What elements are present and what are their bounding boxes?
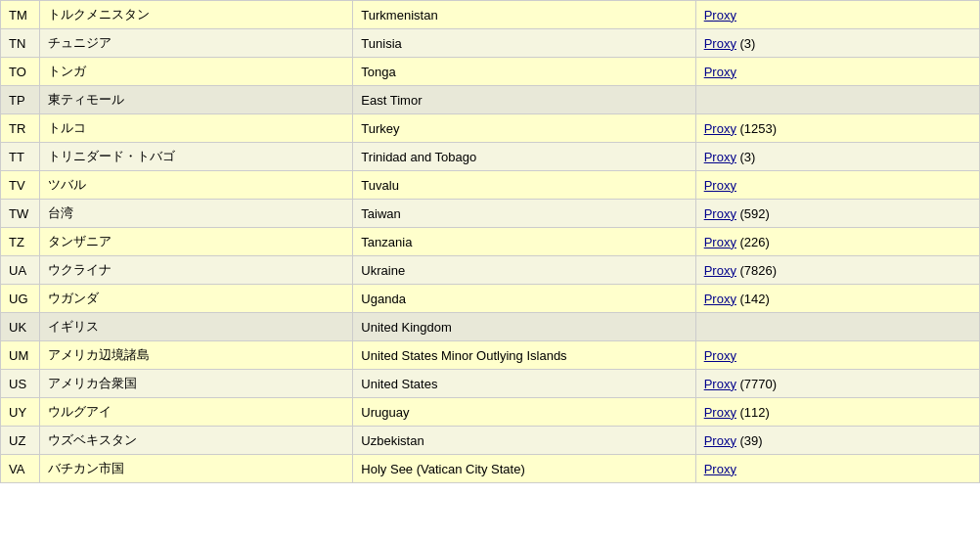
country-name-en: Turkmenistan: [353, 1, 695, 29]
proxy-cell: [695, 313, 979, 341]
country-name-jp: 東ティモール: [40, 86, 353, 114]
proxy-count: (142): [736, 292, 770, 306]
proxy-cell: Proxy (7770): [695, 370, 979, 398]
country-name-jp: 台湾: [40, 200, 353, 228]
table-row: UMアメリカ辺境諸島United States Minor Outlying I…: [1, 341, 980, 370]
proxy-link[interactable]: Proxy: [704, 405, 736, 420]
table-row: USアメリカ合衆国United StatesProxy (7770): [1, 370, 980, 398]
country-name-en: Turkey: [353, 114, 695, 143]
country-code: UZ: [1, 427, 40, 455]
proxy-cell: Proxy (7826): [695, 256, 979, 285]
table-row: TRトルコTurkeyProxy (1253): [1, 114, 980, 143]
proxy-link[interactable]: Proxy: [704, 462, 736, 476]
proxy-cell: Proxy (3): [695, 143, 979, 171]
proxy-cell: Proxy: [695, 171, 979, 200]
country-name-en: Tanzania: [353, 228, 695, 256]
proxy-cell: Proxy: [695, 1, 979, 29]
country-name-jp: バチカン市国: [40, 455, 353, 483]
country-name-en: Tonga: [353, 58, 695, 86]
table-row: TW台湾TaiwanProxy (592): [1, 200, 980, 228]
proxy-link[interactable]: Proxy: [704, 377, 736, 391]
proxy-cell: Proxy (112): [695, 398, 979, 427]
proxy-link[interactable]: Proxy: [704, 150, 736, 164]
country-table: TMトルクメニスタンTurkmenistanProxyTNチュニジアTunisi…: [0, 0, 980, 483]
country-name-en: Uzbekistan: [353, 427, 695, 455]
proxy-link[interactable]: Proxy: [704, 348, 736, 363]
country-code: TO: [1, 58, 40, 86]
table-row: TTトリニダード・トバゴTrinidad and TobagoProxy (3): [1, 143, 980, 171]
proxy-cell: Proxy: [695, 341, 979, 370]
proxy-link[interactable]: Proxy: [704, 8, 736, 23]
proxy-cell: Proxy (1253): [695, 114, 979, 143]
country-name-jp: トルクメニスタン: [40, 1, 353, 29]
table-row: UYウルグアイUruguayProxy (112): [1, 398, 980, 427]
table-row: UGウガンダUgandaProxy (142): [1, 285, 980, 313]
proxy-link[interactable]: Proxy: [704, 178, 736, 193]
country-name-jp: アメリカ辺境諸島: [40, 341, 353, 370]
country-name-jp: ウクライナ: [40, 256, 353, 285]
country-name-en: Ukraine: [353, 256, 695, 285]
country-name-en: Trinidad and Tobago: [353, 143, 695, 171]
proxy-link[interactable]: Proxy: [704, 206, 736, 221]
country-name-jp: トルコ: [40, 114, 353, 143]
country-name-en: Holy See (Vatican City State): [353, 455, 695, 483]
country-name-jp: チュニジア: [40, 29, 353, 58]
country-name-en: United Kingdom: [353, 313, 695, 341]
country-name-jp: ウガンダ: [40, 285, 353, 313]
country-code: TM: [1, 1, 40, 29]
proxy-cell: Proxy (226): [695, 228, 979, 256]
proxy-count: (7826): [736, 263, 777, 278]
table-row: TMトルクメニスタンTurkmenistanProxy: [1, 1, 980, 29]
country-name-en: Uganda: [353, 285, 695, 313]
table-row: TP東ティモールEast Timor: [1, 86, 980, 114]
table-row: VAバチカン市国Holy See (Vatican City State)Pro…: [1, 455, 980, 483]
country-name-jp: イギリス: [40, 313, 353, 341]
country-code: TV: [1, 171, 40, 200]
country-name-en: Taiwan: [353, 200, 695, 228]
country-name-en: United States Minor Outlying Islands: [353, 341, 695, 370]
table-row: UKイギリスUnited Kingdom: [1, 313, 980, 341]
table-row: TZタンザニアTanzaniaProxy (226): [1, 228, 980, 256]
proxy-link[interactable]: Proxy: [704, 36, 736, 51]
country-code: VA: [1, 455, 40, 483]
proxy-count: (226): [736, 235, 770, 249]
country-code: UM: [1, 341, 40, 370]
proxy-count: (1253): [736, 121, 777, 136]
proxy-count: (39): [736, 433, 763, 448]
country-code: TW: [1, 200, 40, 228]
country-name-en: United States: [353, 370, 695, 398]
table-row: TOトンガTongaProxy: [1, 58, 980, 86]
proxy-count: (112): [736, 405, 770, 420]
proxy-link[interactable]: Proxy: [704, 235, 736, 249]
country-name-jp: ウズベキスタン: [40, 427, 353, 455]
country-code: UY: [1, 398, 40, 427]
country-name-jp: トンガ: [40, 58, 353, 86]
proxy-count: (592): [736, 206, 770, 221]
proxy-link[interactable]: Proxy: [704, 433, 736, 448]
country-name-jp: タンザニア: [40, 228, 353, 256]
country-code: UK: [1, 313, 40, 341]
proxy-count: (3): [736, 150, 756, 164]
country-name-en: Uruguay: [353, 398, 695, 427]
country-name-jp: アメリカ合衆国: [40, 370, 353, 398]
country-code: TN: [1, 29, 40, 58]
country-name-jp: ツバル: [40, 171, 353, 200]
country-name-jp: トリニダード・トバゴ: [40, 143, 353, 171]
country-code: US: [1, 370, 40, 398]
country-code: TP: [1, 86, 40, 114]
proxy-cell: Proxy (3): [695, 29, 979, 58]
proxy-cell: Proxy (39): [695, 427, 979, 455]
proxy-cell: Proxy (592): [695, 200, 979, 228]
country-code: TT: [1, 143, 40, 171]
proxy-count: (3): [736, 36, 756, 51]
proxy-link[interactable]: Proxy: [704, 65, 736, 79]
country-name-en: Tunisia: [353, 29, 695, 58]
proxy-cell: Proxy: [695, 455, 979, 483]
proxy-cell: Proxy: [695, 58, 979, 86]
proxy-link[interactable]: Proxy: [704, 121, 736, 136]
proxy-link[interactable]: Proxy: [704, 292, 736, 306]
country-name-jp: ウルグアイ: [40, 398, 353, 427]
proxy-link[interactable]: Proxy: [704, 263, 736, 278]
country-code: UG: [1, 285, 40, 313]
table-row: UZウズベキスタンUzbekistanProxy (39): [1, 427, 980, 455]
